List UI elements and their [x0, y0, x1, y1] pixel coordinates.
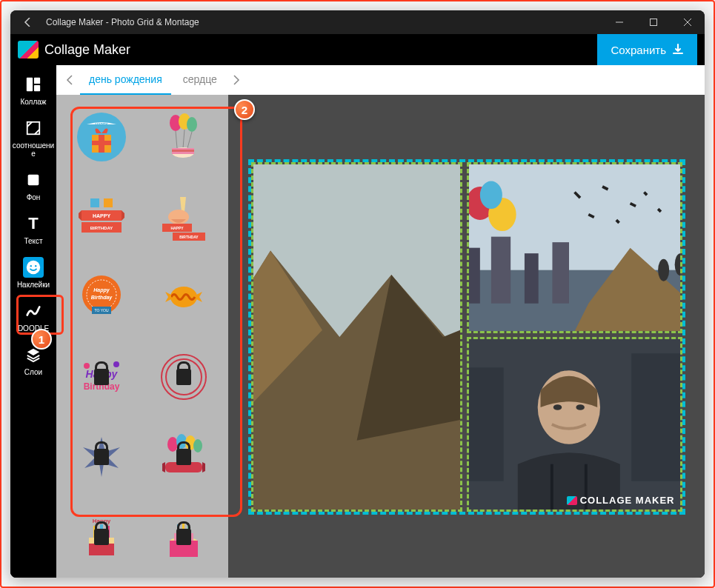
svg-rect-3: [34, 78, 40, 84]
titlebar: Collage Maker - Photo Grid & Montage: [10, 10, 705, 34]
text-icon: T: [23, 213, 44, 234]
svg-point-41: [84, 363, 90, 369]
svg-point-50: [193, 439, 202, 452]
svg-rect-5: [27, 122, 40, 135]
lock-icon: [176, 529, 191, 545]
sticker-cake-red[interactable]: Happy: [65, 508, 137, 566]
svg-text:Happy: Happy: [93, 287, 110, 293]
category-next-button[interactable]: [229, 73, 244, 87]
category-tab-birthday[interactable]: день рождения: [80, 65, 171, 95]
app-window: Collage Maker - Photo Grid & Montage Col…: [10, 10, 705, 578]
category-tab-heart[interactable]: сердце: [174, 65, 226, 95]
category-prev-button[interactable]: [62, 73, 77, 87]
svg-rect-22: [104, 198, 113, 207]
lock-icon: [176, 449, 191, 465]
svg-rect-21: [90, 198, 99, 207]
sidebar-item-collage[interactable]: Коллаж: [10, 68, 56, 112]
collage-image-mountains[interactable]: [251, 162, 462, 512]
app-name: Collage Maker: [44, 42, 597, 58]
save-label: Сохранить: [611, 44, 666, 56]
minimize-button[interactable]: [602, 10, 636, 34]
annotation-badge-2: 2: [234, 99, 255, 120]
svg-rect-72: [524, 253, 538, 304]
svg-point-42: [113, 361, 119, 367]
square-icon: [23, 170, 44, 190]
sidebar-item-ratio[interactable]: соотношение: [10, 112, 56, 164]
maximize-button[interactable]: [636, 10, 671, 34]
svg-rect-4: [34, 85, 40, 91]
content-area: Коллаж соотношение Фон T Текст Наклейки …: [10, 65, 705, 578]
lock-icon: [94, 449, 109, 465]
svg-point-9: [35, 265, 36, 267]
collage-image-man-portrait[interactable]: [467, 337, 682, 512]
svg-rect-78: [631, 353, 680, 481]
canvas-area[interactable]: COLLAGE MAKER: [228, 95, 705, 578]
lock-icon: [176, 369, 191, 385]
sidebar-item-stickers[interactable]: Наклейки: [10, 251, 56, 295]
sticker-happy-birthday-ribbon[interactable]: HAPPYBIRTHDAY: [65, 188, 137, 246]
sticker-birthday-stamp[interactable]: ★ ★ ★: [147, 348, 219, 406]
svg-text:TO YOU: TO YOU: [94, 308, 108, 313]
svg-rect-70: [469, 248, 480, 304]
svg-rect-2: [27, 78, 33, 91]
doodle-icon: [23, 301, 44, 321]
smile-icon: [23, 257, 44, 278]
lock-icon: [94, 529, 109, 545]
svg-text:BIRTHDAY: BIRTHDAY: [90, 226, 112, 230]
svg-rect-71: [490, 237, 510, 304]
sticker-category-tabs: день рождения сердце: [56, 65, 705, 95]
svg-rect-6: [28, 175, 39, 186]
collage-image-balloons-city[interactable]: [467, 162, 682, 333]
svg-rect-77: [469, 367, 504, 481]
sticker-cheers-glass[interactable]: HAPPYBIRTHDAY: [147, 188, 219, 246]
sticker-balloons-ribbon[interactable]: [147, 428, 219, 486]
svg-rect-73: [552, 242, 569, 304]
sticker-candy[interactable]: [147, 268, 219, 326]
chevron-left-icon: [66, 75, 73, 85]
svg-text:HAPPY: HAPPY: [95, 122, 108, 127]
svg-point-74: [658, 259, 669, 281]
watermark: COLLAGE MAKER: [567, 495, 675, 506]
sticker-star-burst[interactable]: [65, 428, 137, 486]
chevron-right-icon: [233, 75, 240, 85]
close-button[interactable]: [671, 10, 705, 34]
sticker-birthday-purple[interactable]: HappyBirthday: [65, 348, 137, 406]
svg-point-80: [553, 404, 562, 410]
window-title: Collage Maker - Photo Grid & Montage: [46, 17, 602, 27]
watermark-icon: [567, 496, 577, 505]
annotation-badge-1: 1: [31, 329, 52, 350]
download-icon: [672, 44, 684, 56]
svg-text:BIRTHDAY: BIRTHDAY: [179, 235, 199, 239]
save-button[interactable]: Сохранить: [597, 34, 697, 65]
svg-point-8: [30, 265, 32, 267]
svg-text:Birthday: Birthday: [90, 295, 113, 301]
svg-point-7: [27, 261, 40, 274]
sticker-balloons-cake[interactable]: [147, 108, 219, 166]
sidebar-item-background[interactable]: Фон: [10, 164, 56, 207]
sticker-panel[interactable]: HAPPY HAPPYBIRTHDAY HAPPYBIRTHDAY H: [56, 95, 228, 578]
svg-rect-13: [92, 141, 111, 145]
main-area: день рождения сердце HAPPY: [56, 65, 705, 578]
tool-sidebar: Коллаж соотношение Фон T Текст Наклейки …: [10, 65, 56, 578]
svg-point-17: [187, 117, 197, 132]
collage-frame[interactable]: COLLAGE MAKER: [248, 159, 685, 515]
sticker-gift-circle[interactable]: HAPPY: [65, 108, 137, 166]
lock-icon: [94, 369, 109, 385]
svg-point-81: [576, 404, 585, 410]
sticker-happy-birthday-badge[interactable]: HappyBirthdayTO YOU: [65, 268, 137, 326]
svg-point-68: [479, 181, 502, 210]
sticker-grid: HAPPY HAPPYBIRTHDAY HAPPYBIRTHDAY H: [65, 108, 219, 566]
svg-text:HAPPY: HAPPY: [92, 213, 110, 218]
ratio-icon: [23, 118, 44, 138]
svg-rect-1: [651, 19, 657, 26]
back-button[interactable]: [19, 13, 37, 31]
sidebar-item-text[interactable]: T Текст: [10, 207, 56, 251]
svg-rect-20: [172, 150, 194, 152]
work-area: HAPPY HAPPYBIRTHDAY HAPPYBIRTHDAY H: [56, 95, 705, 578]
grid-icon: [23, 74, 44, 95]
app-logo-icon: [18, 41, 39, 59]
sticker-cake-pink[interactable]: [147, 508, 219, 566]
svg-text:HAPPY: HAPPY: [170, 226, 184, 230]
app-header: Collage Maker Сохранить: [10, 34, 705, 65]
